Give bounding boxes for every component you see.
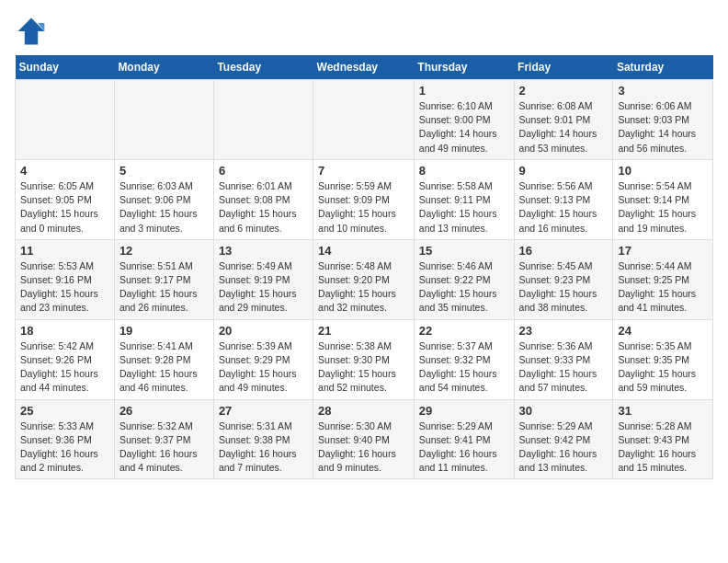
day-number: 16 (519, 244, 609, 258)
week-row-3: 11Sunrise: 5:53 AMSunset: 9:16 PMDayligh… (16, 239, 713, 319)
day-info: Sunrise: 5:53 AMSunset: 9:16 PMDaylight:… (20, 259, 109, 316)
calendar-cell: 17Sunrise: 5:44 AMSunset: 9:25 PMDayligh… (613, 239, 713, 319)
day-number: 4 (20, 164, 109, 178)
week-row-1: 1Sunrise: 6:10 AMSunset: 9:00 PMDaylight… (16, 80, 713, 160)
day-info: Sunrise: 5:45 AMSunset: 9:23 PMDaylight:… (519, 259, 609, 316)
day-number: 23 (519, 324, 609, 338)
calendar-cell: 29Sunrise: 5:29 AMSunset: 9:41 PMDayligh… (414, 399, 514, 479)
calendar-cell: 19Sunrise: 5:41 AMSunset: 9:28 PMDayligh… (114, 319, 213, 399)
calendar-cell: 21Sunrise: 5:38 AMSunset: 9:30 PMDayligh… (313, 319, 415, 399)
day-info: Sunrise: 6:05 AMSunset: 9:05 PMDaylight:… (20, 179, 109, 236)
day-number: 30 (519, 404, 609, 418)
header-day-saturday: Saturday (613, 55, 713, 80)
calendar-cell: 7Sunrise: 5:59 AMSunset: 9:09 PMDaylight… (313, 159, 415, 239)
calendar-cell: 30Sunrise: 5:29 AMSunset: 9:42 PMDayligh… (514, 399, 613, 479)
calendar-cell: 3Sunrise: 6:06 AMSunset: 9:03 PMDaylight… (613, 80, 713, 160)
calendar-cell: 12Sunrise: 5:51 AMSunset: 9:17 PMDayligh… (114, 239, 213, 319)
calendar-cell: 24Sunrise: 5:35 AMSunset: 9:35 PMDayligh… (613, 319, 713, 399)
day-number: 7 (318, 164, 409, 178)
day-info: Sunrise: 6:08 AMSunset: 9:01 PMDaylight:… (519, 99, 609, 155)
day-number: 9 (519, 164, 609, 178)
day-number: 26 (119, 404, 209, 418)
header-row: SundayMondayTuesdayWednesdayThursdayFrid… (16, 55, 713, 80)
calendar-cell: 13Sunrise: 5:49 AMSunset: 9:19 PMDayligh… (213, 239, 313, 319)
header-day-tuesday: Tuesday (213, 55, 313, 80)
day-number: 18 (20, 324, 109, 338)
day-number: 19 (119, 324, 209, 338)
calendar-cell (16, 80, 115, 160)
day-number: 2 (519, 84, 609, 98)
calendar-cell (313, 80, 415, 160)
day-info: Sunrise: 5:48 AMSunset: 9:20 PMDaylight:… (318, 259, 409, 316)
calendar-cell (213, 80, 313, 160)
day-info: Sunrise: 5:32 AMSunset: 9:37 PMDaylight:… (119, 419, 209, 476)
calendar-cell: 10Sunrise: 5:54 AMSunset: 9:14 PMDayligh… (613, 159, 713, 239)
header-day-thursday: Thursday (414, 55, 514, 80)
day-number: 11 (20, 244, 109, 258)
calendar-cell: 31Sunrise: 5:28 AMSunset: 9:43 PMDayligh… (613, 399, 713, 479)
calendar-cell: 11Sunrise: 5:53 AMSunset: 9:16 PMDayligh… (16, 239, 115, 319)
calendar-cell: 18Sunrise: 5:42 AMSunset: 9:26 PMDayligh… (16, 319, 115, 399)
week-row-2: 4Sunrise: 6:05 AMSunset: 9:05 PMDaylight… (16, 159, 713, 239)
day-info: Sunrise: 5:59 AMSunset: 9:09 PMDaylight:… (318, 179, 409, 236)
calendar-body: 1Sunrise: 6:10 AMSunset: 9:00 PMDaylight… (16, 80, 713, 479)
logo-icon (15, 15, 48, 48)
day-info: Sunrise: 6:01 AMSunset: 9:08 PMDaylight:… (219, 179, 308, 236)
day-number: 8 (419, 164, 509, 178)
calendar-cell: 20Sunrise: 5:39 AMSunset: 9:29 PMDayligh… (213, 319, 313, 399)
day-number: 29 (419, 404, 509, 418)
day-info: Sunrise: 5:30 AMSunset: 9:40 PMDaylight:… (318, 419, 409, 476)
calendar-cell: 15Sunrise: 5:46 AMSunset: 9:22 PMDayligh… (414, 239, 514, 319)
day-info: Sunrise: 5:29 AMSunset: 9:41 PMDaylight:… (419, 419, 509, 476)
day-info: Sunrise: 5:39 AMSunset: 9:29 PMDaylight:… (219, 339, 308, 396)
day-number: 5 (119, 164, 209, 178)
day-info: Sunrise: 5:42 AMSunset: 9:26 PMDaylight:… (20, 339, 109, 396)
logo (15, 15, 51, 48)
calendar-cell: 5Sunrise: 6:03 AMSunset: 9:06 PMDaylight… (114, 159, 213, 239)
calendar-cell: 26Sunrise: 5:32 AMSunset: 9:37 PMDayligh… (114, 399, 213, 479)
day-number: 10 (618, 164, 708, 178)
day-number: 14 (318, 244, 409, 258)
day-number: 1 (419, 84, 509, 98)
day-info: Sunrise: 5:49 AMSunset: 9:19 PMDaylight:… (219, 259, 308, 316)
day-info: Sunrise: 5:28 AMSunset: 9:43 PMDaylight:… (618, 419, 708, 476)
day-info: Sunrise: 5:51 AMSunset: 9:17 PMDaylight:… (119, 259, 209, 316)
day-number: 3 (618, 84, 708, 98)
calendar-cell: 2Sunrise: 6:08 AMSunset: 9:01 PMDaylight… (514, 80, 613, 160)
day-info: Sunrise: 5:46 AMSunset: 9:22 PMDaylight:… (419, 259, 509, 316)
day-number: 21 (318, 324, 409, 338)
calendar-cell (114, 80, 213, 160)
day-number: 25 (20, 404, 109, 418)
day-info: Sunrise: 5:58 AMSunset: 9:11 PMDaylight:… (419, 179, 509, 236)
day-number: 13 (219, 244, 308, 258)
day-number: 31 (618, 404, 708, 418)
calendar-header: SundayMondayTuesdayWednesdayThursdayFrid… (16, 55, 713, 80)
day-info: Sunrise: 6:06 AMSunset: 9:03 PMDaylight:… (618, 99, 708, 155)
day-info: Sunrise: 5:41 AMSunset: 9:28 PMDaylight:… (119, 339, 209, 396)
day-number: 22 (419, 324, 509, 338)
day-number: 27 (219, 404, 308, 418)
week-row-5: 25Sunrise: 5:33 AMSunset: 9:36 PMDayligh… (16, 399, 713, 479)
day-info: Sunrise: 5:54 AMSunset: 9:14 PMDaylight:… (618, 179, 708, 236)
calendar-cell: 22Sunrise: 5:37 AMSunset: 9:32 PMDayligh… (414, 319, 514, 399)
day-info: Sunrise: 5:29 AMSunset: 9:42 PMDaylight:… (519, 419, 609, 476)
calendar-table: SundayMondayTuesdayWednesdayThursdayFrid… (15, 55, 713, 479)
calendar-cell: 28Sunrise: 5:30 AMSunset: 9:40 PMDayligh… (313, 399, 415, 479)
day-number: 6 (219, 164, 308, 178)
calendar-cell: 1Sunrise: 6:10 AMSunset: 9:00 PMDaylight… (414, 80, 514, 160)
day-number: 28 (318, 404, 409, 418)
calendar-cell: 14Sunrise: 5:48 AMSunset: 9:20 PMDayligh… (313, 239, 415, 319)
day-info: Sunrise: 6:10 AMSunset: 9:00 PMDaylight:… (419, 99, 509, 155)
calendar-cell: 9Sunrise: 5:56 AMSunset: 9:13 PMDaylight… (514, 159, 613, 239)
day-info: Sunrise: 5:44 AMSunset: 9:25 PMDaylight:… (618, 259, 708, 316)
page-header (15, 15, 713, 48)
calendar-cell: 27Sunrise: 5:31 AMSunset: 9:38 PMDayligh… (213, 399, 313, 479)
header-day-friday: Friday (514, 55, 613, 80)
header-day-wednesday: Wednesday (313, 55, 415, 80)
svg-marker-0 (18, 18, 45, 45)
day-number: 12 (119, 244, 209, 258)
day-info: Sunrise: 6:03 AMSunset: 9:06 PMDaylight:… (119, 179, 209, 236)
calendar-cell: 16Sunrise: 5:45 AMSunset: 9:23 PMDayligh… (514, 239, 613, 319)
calendar-cell: 4Sunrise: 6:05 AMSunset: 9:05 PMDaylight… (16, 159, 115, 239)
week-row-4: 18Sunrise: 5:42 AMSunset: 9:26 PMDayligh… (16, 319, 713, 399)
